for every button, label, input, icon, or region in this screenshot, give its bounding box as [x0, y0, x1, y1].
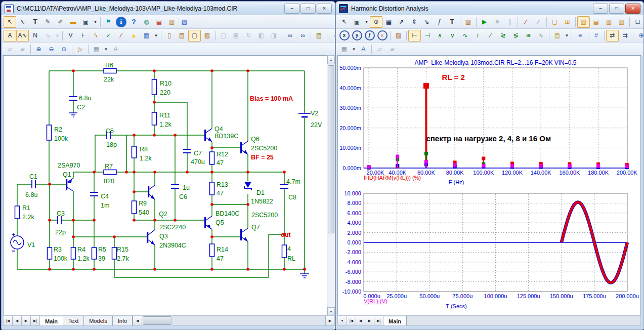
horizontal-scrollbar[interactable]: ◀ ▶	[133, 316, 334, 325]
nav-next-button[interactable]: ▶	[365, 316, 374, 325]
power-display-icon[interactable]: ϟ	[90, 30, 102, 42]
tile-icon[interactable]: ▦	[338, 44, 351, 55]
attribute-text-icon[interactable]: A	[4, 30, 16, 42]
negative-slope-icon[interactable]: ∕	[532, 16, 545, 28]
wire-mode-icon[interactable]: ∿	[16, 16, 29, 28]
clipboard-dropdown-icon[interactable]: ▾	[564, 30, 570, 42]
plot-canvas[interactable]: AMP_Like-Melodiya-103mod.CIR RL=2...16 F…	[337, 55, 641, 316]
tile-dropdown-icon[interactable]: ▾	[351, 44, 357, 55]
x-axis-settings-icon[interactable]: x	[338, 30, 351, 42]
nav-first-button[interactable]: |◀	[347, 316, 356, 325]
numeric-output-icon[interactable]: ≡	[574, 30, 586, 42]
numeric-values-icon[interactable]: #	[590, 30, 603, 42]
schematic-canvas[interactable]: R622k6.8uC2R2100kC518pR81.2k2SA970Q1R782…	[3, 55, 328, 316]
condition-display-icon[interactable]: ✓	[102, 30, 115, 42]
graph-object-icon[interactable]: ▣	[351, 16, 363, 28]
page-list-dropdown[interactable]: ▾	[338, 316, 347, 325]
current-dropdown-icon[interactable]: ▾	[54, 30, 61, 42]
hscroll-right-button[interactable]: ▶	[325, 316, 334, 325]
nav-next-button[interactable]: ▶	[22, 316, 31, 325]
text-mode-icon[interactable]: T	[29, 16, 41, 28]
box-tool-icon[interactable]: ▢	[217, 30, 230, 42]
find-next-icon[interactable]: ∞	[296, 30, 309, 42]
tab-text[interactable]: Text	[63, 316, 84, 325]
hscroll-track[interactable]	[172, 316, 325, 325]
ruler-icon[interactable]: ⊞	[561, 16, 574, 28]
bring-to-front-icon[interactable]: ▱	[4, 44, 16, 55]
valley-icon[interactable]: ∨	[446, 30, 459, 42]
global-high-icon[interactable]: ≷	[497, 30, 509, 42]
rotate-icon[interactable]: ↻	[242, 30, 255, 42]
font-icon[interactable]: A	[357, 44, 370, 55]
schematic-titlebar[interactable]: C:\MC11\DATA\Petrov\AMP_Like_Melodiya-10…	[2, 2, 335, 15]
pause-icon[interactable]: ∥	[503, 16, 516, 28]
zoom-out-icon[interactable]: ⊖	[45, 44, 58, 55]
point-tag-icon[interactable]: ⇗	[395, 16, 408, 28]
page-view-icon[interactable]: ▷	[74, 44, 87, 55]
new-page-icon[interactable]: ▯	[163, 30, 176, 42]
scale-mode-icon[interactable]: ⊕	[370, 16, 382, 28]
shape-mode-icon[interactable]: ✐	[54, 16, 67, 28]
send-to-back-icon[interactable]: ▰	[386, 44, 399, 55]
vertical-tag-icon[interactable]: ⇕	[408, 16, 420, 28]
overlay-plots-icon[interactable]: ▥	[603, 16, 615, 28]
envelope-bottom-icon[interactable]: ≈	[535, 30, 547, 42]
positive-slope-icon[interactable]: ∕	[520, 16, 532, 28]
properties-icon[interactable]: ▨	[201, 30, 213, 42]
spreadsheet-icon[interactable]: ▥	[165, 16, 178, 28]
cursor-horizontal-icon[interactable]: ⊢	[408, 30, 421, 42]
zoom-100-icon[interactable]: ⊙	[58, 44, 70, 55]
grid-dropdown-icon[interactable]: ▾	[153, 30, 159, 42]
flip-horizontal-icon[interactable]: ◧	[255, 30, 268, 42]
text-mode-icon[interactable]: T	[446, 16, 458, 28]
scroll-up-button[interactable]: ▲	[327, 56, 335, 64]
node-numbers-icon[interactable]: A∿	[16, 30, 29, 42]
tile-icon[interactable]: ▦	[90, 44, 103, 55]
component-icon[interactable]: ▣	[79, 16, 92, 28]
notebook-icon[interactable]: ▤	[313, 30, 325, 42]
inflection-icon[interactable]: ∕	[484, 30, 497, 42]
scroll-thumb[interactable]	[328, 65, 334, 233]
nav-first-button[interactable]: |◀	[4, 316, 13, 325]
stacked-plots-icon[interactable]: ▤	[590, 16, 603, 28]
slope-display-icon[interactable]: ∕	[115, 30, 127, 42]
design-check-icon[interactable]: ▤	[153, 16, 165, 28]
tab-models[interactable]: Models	[84, 316, 112, 325]
bus-icon[interactable]: ▬	[67, 16, 79, 28]
annotate-icon[interactable]: ▧	[178, 16, 191, 28]
current-display-icon[interactable]: ⇘	[41, 30, 54, 42]
same-scales-icon[interactable]: ⇉	[619, 30, 631, 42]
analysis-titlebar[interactable]: Harmonic Distortion Analysis – □ ×	[336, 2, 643, 15]
stop-icon[interactable]: ■	[491, 16, 503, 28]
minimize-button[interactable]: –	[284, 4, 299, 14]
grid-icon[interactable]: ▦	[140, 30, 153, 42]
align-cursors-icon[interactable]: ⇄	[606, 30, 619, 42]
info-icon[interactable]: ℹ	[116, 17, 126, 27]
peak-icon[interactable]: ∧	[434, 30, 446, 42]
tab-main[interactable]: Main	[383, 316, 407, 325]
formula-text-icon[interactable]: ƒ	[433, 16, 446, 28]
low-icon[interactable]: ≀	[471, 30, 484, 42]
select-region-icon[interactable]: ▢	[188, 30, 201, 42]
schematic-vertical-scrollbar[interactable]: ▲ ▼	[327, 55, 335, 316]
close-button[interactable]: ×	[317, 4, 332, 14]
envelope-top-icon[interactable]: ≋	[522, 30, 535, 42]
scroll-down-button[interactable]: ▼	[327, 307, 335, 316]
trace-settings-icon[interactable]: ≡	[376, 30, 389, 42]
find-icon[interactable]: ∞	[284, 30, 296, 42]
bring-to-front-icon[interactable]: ▱	[373, 44, 386, 55]
cursor-mode-icon[interactable]: ▦	[382, 16, 395, 28]
font-icon[interactable]: A	[109, 44, 122, 55]
help-online-icon[interactable]: ◍	[140, 16, 153, 28]
nav-last-button[interactable]: ▶|	[31, 316, 40, 325]
zoom-in-icon[interactable]: ⊕	[32, 44, 45, 55]
zoom-in-icon[interactable]: ⊕	[635, 30, 644, 42]
select-tool-icon[interactable]: ↖	[4, 16, 16, 28]
y-axis-settings-icon[interactable]: y	[351, 30, 363, 42]
data-points-icon[interactable]: ▢	[548, 16, 561, 28]
minimize-button[interactable]: –	[593, 4, 608, 14]
run-icon[interactable]: ▶	[478, 16, 491, 28]
voltage-display-icon[interactable]: V	[64, 30, 77, 42]
nav-last-button[interactable]: ▶|	[374, 316, 383, 325]
line-mode-icon[interactable]: ✎	[41, 16, 54, 28]
